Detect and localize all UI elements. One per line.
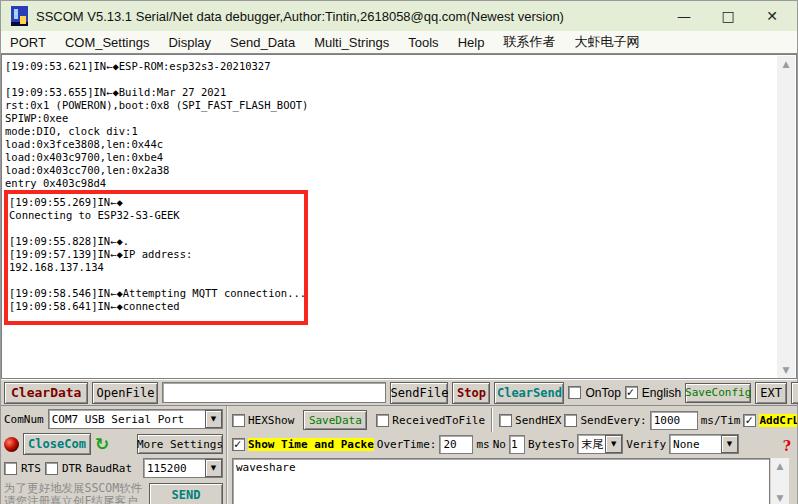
command-input[interactable] [162,382,386,403]
com-status-led-icon [4,437,19,452]
app-icon [11,6,28,26]
terminal-log-boot: [19:09:53.621]IN←◆ESP-ROM:esp32s3-202103… [2,55,796,190]
rts-checkbox[interactable] [4,462,17,475]
com-num-label: ComNum [4,413,44,426]
bytes-count-input[interactable] [509,435,525,454]
display-options-row: Show Time and Packe OverTime: ms No Byte… [232,432,797,456]
title-bar: SSCOM V5.13.1 Serial/Net data debugger,A… [1,1,797,31]
terminal-scrollbar[interactable]: ▲ ▼ [777,56,795,378]
sscom-window: SSCOM V5.13.1 Serial/Net data debugger,A… [0,0,798,504]
received-to-file-checkbox[interactable] [376,414,389,427]
overtime-input[interactable] [439,435,473,454]
verify-value: None [670,438,721,451]
more-settings-button[interactable]: More Settings [137,434,223,454]
baud-rate-select[interactable]: 115200 ▼ [143,458,223,478]
bytes-to-label: BytesTo [528,438,574,451]
menu-item-daxia-site[interactable]: 大虾电子网 [574,33,639,51]
append-position-select[interactable]: 末尾 ▼ [577,434,623,454]
control-panel: ClearData OpenFile SendFile Stop ClearSe… [1,379,797,504]
interval-unit-label: ms/Tim [701,414,741,427]
highlight-annotation-box: [19:09:55.269]IN←◆ Connecting to ESP32-S… [4,190,308,325]
scroll-up-icon[interactable]: ▲ [777,458,784,474]
send-interval-input[interactable] [650,411,698,430]
ext-button[interactable]: EXT [755,382,787,404]
menu-item-contact-author[interactable]: 联系作者 [503,33,555,51]
scroll-down-icon[interactable]: ▼ [783,362,790,378]
promo-line2: 请您注册嘉立创F结尾客户 [4,495,142,504]
menu-item-send-data[interactable]: Send_Data [230,35,295,50]
save-config-button[interactable]: SaveConfig [685,383,751,403]
menu-item-help[interactable]: Help [458,35,485,50]
send-hex-label: SendHEX [515,414,561,427]
toolbar-row: ClearData OpenFile SendFile Stop ClearSe… [1,380,797,406]
send-every-label: SendEvery: [580,414,646,427]
english-checkbox[interactable] [625,386,638,399]
menu-item-com-settings[interactable]: COM_Settings [65,35,150,50]
com-port-select[interactable]: COM7 USB Serial Port ▼ [48,409,223,429]
overtime-label: OverTime: [377,438,437,451]
send-text-scrollbar[interactable]: ▲ ▼ [771,458,789,504]
save-data-button[interactable]: SaveData [303,410,367,430]
maximize-button[interactable]: □ [713,4,743,28]
menu-item-port[interactable]: PORT [10,35,46,50]
dtr-label: DTR [62,462,82,475]
close-button[interactable]: ✕ [757,4,787,28]
stop-button[interactable]: Stop [452,382,490,404]
verify-select[interactable]: None ▼ [669,434,739,454]
help-question-icon[interactable]: ? [783,438,791,454]
menu-bar: PORT COM_Settings Display Send_Data Mult… [1,31,797,54]
add-crlf-label: AddCrLf [759,414,797,427]
english-label: English [642,386,681,400]
collapse-panel-button[interactable]: — [791,382,798,404]
menu-item-tools[interactable]: Tools [408,35,438,50]
port-settings-panel: ComNum COM7 USB Serial Port ▼ CloseCom ↻… [1,406,228,504]
receive-options-row: HEXShow SaveData ReceivedToFile SendHEX … [232,408,797,432]
menu-item-display[interactable]: Display [168,35,211,50]
on-top-label: OnTop [585,386,620,400]
clear-send-button[interactable]: ClearSend [494,382,564,404]
rts-label: RTS [21,462,41,475]
chevron-down-icon[interactable]: ▼ [205,410,222,428]
send-text-zone: waveshare ▲ ▼ [232,458,797,504]
show-time-label: Show Time and Packe [248,438,374,451]
send-text-input[interactable]: waveshare [232,458,770,504]
divider [491,408,493,432]
overtime-unit-label: ms [476,438,489,451]
promo-text: 为了更好地发展SSCOM软件 请您注册嘉立创F结尾客户 [4,482,142,504]
send-hex-checkbox[interactable] [499,414,512,427]
show-time-checkbox[interactable] [232,438,245,451]
received-to-file-label: ReceivedToFile [392,414,485,427]
hex-show-checkbox[interactable] [232,414,245,427]
baud-rate-label: BaudRat [86,462,132,475]
no-label: No [493,438,506,451]
close-com-button[interactable]: CloseCom [23,433,91,455]
chevron-down-icon[interactable]: ▼ [721,435,738,453]
com-port-value: COM7 USB Serial Port [49,413,205,426]
menu-item-multi-strings[interactable]: Multi_Strings [314,35,389,50]
send-file-button[interactable]: SendFile [390,382,448,404]
window-title: SSCOM V5.13.1 Serial/Net data debugger,A… [36,9,564,24]
verify-label: Verify [626,438,666,451]
clear-data-button[interactable]: ClearData [4,382,88,404]
send-every-checkbox[interactable] [564,414,577,427]
baud-rate-value: 115200 [144,462,205,475]
chevron-down-icon[interactable]: ▼ [205,459,222,477]
open-file-button[interactable]: OpenFile [92,382,158,404]
minimize-button[interactable]: — [669,4,699,28]
terminal-log-connection: [19:09:55.269]IN←◆ Connecting to ESP32-S… [9,196,304,313]
send-button[interactable]: SEND [149,483,223,504]
terminal-output[interactable]: [19:09:53.621]IN←◆ESP-ROM:esp32s3-202103… [1,54,797,379]
on-top-checkbox[interactable] [568,386,581,399]
hex-show-label: HEXShow [248,414,294,427]
append-position-value: 末尾 [578,437,605,452]
add-crlf-checkbox[interactable] [743,414,756,427]
refresh-ports-icon[interactable]: ↻ [95,437,109,452]
chevron-down-icon[interactable]: ▼ [605,435,622,453]
scroll-down-icon[interactable]: ▼ [777,490,784,504]
send-settings-panel: ? HEXShow SaveData ReceivedToFile SendHE… [228,406,797,504]
dtr-checkbox[interactable] [45,462,58,475]
scroll-up-icon[interactable]: ▲ [783,56,790,72]
